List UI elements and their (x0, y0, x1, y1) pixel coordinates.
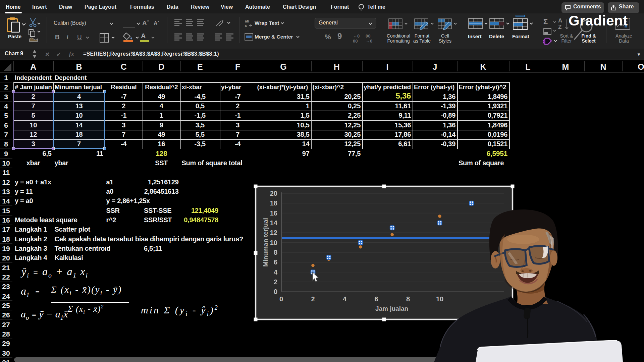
svg-text:2: 2 (311, 295, 315, 303)
svg-text:Jam jualan: Jam jualan (375, 305, 408, 312)
svg-text:6: 6 (274, 258, 277, 266)
svg-text:4: 4 (343, 295, 347, 303)
svg-text:10: 10 (270, 239, 277, 246)
svg-text:6: 6 (374, 295, 378, 303)
svg-text:10: 10 (436, 295, 443, 303)
svg-text:4: 4 (274, 268, 278, 276)
svg-text:0: 0 (279, 295, 283, 303)
svg-text:20: 20 (270, 190, 277, 197)
svg-text:2: 2 (274, 278, 277, 286)
svg-text:12: 12 (270, 229, 277, 236)
svg-text:14: 14 (270, 219, 278, 227)
svg-text:0: 0 (274, 288, 277, 295)
svg-text:8: 8 (406, 295, 410, 303)
svg-text:16: 16 (270, 209, 277, 217)
svg-text:18: 18 (270, 199, 277, 207)
svg-text:Minuman terjual: Minuman terjual (262, 218, 269, 267)
svg-text:8: 8 (274, 249, 277, 256)
